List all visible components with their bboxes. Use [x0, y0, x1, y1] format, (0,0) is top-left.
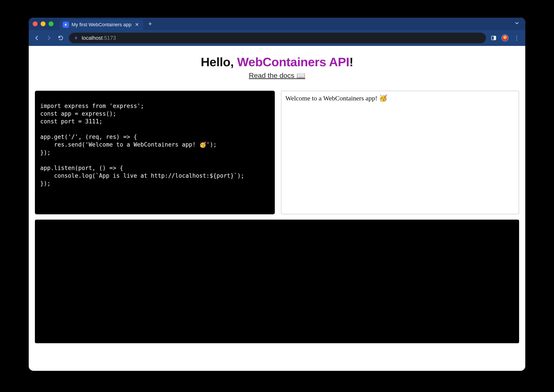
screenshot-stage: My first WebContainers app ✕ + — [0, 0, 554, 392]
hero: Hello, WebContainers API! Read the docs … — [29, 46, 525, 82]
window-controls — [33, 21, 53, 26]
close-icon[interactable]: ✕ — [134, 22, 140, 28]
svg-rect-1 — [494, 36, 496, 40]
window-minimize-button[interactable] — [41, 21, 45, 26]
browser-window: My first WebContainers app ✕ + — [29, 18, 525, 371]
bolt-icon — [63, 22, 69, 28]
window-zoom-button[interactable] — [49, 21, 53, 26]
hero-prefix: Hello, — [201, 55, 237, 69]
url-text: localhost:5173 — [82, 35, 116, 41]
browser-toolbar: localhost:5173 ⋮ — [29, 30, 525, 46]
new-tab-button[interactable]: + — [146, 20, 154, 28]
preview-text: Welcome to a WebContainers app! 🥳 — [285, 94, 515, 102]
tab-strip: My first WebContainers app ✕ + — [29, 18, 525, 30]
page-title: Hello, WebContainers API! — [33, 55, 521, 69]
window-close-button[interactable] — [33, 21, 37, 26]
browser-tab[interactable]: My first WebContainers app ✕ — [60, 19, 143, 30]
bolt-icon — [74, 35, 79, 40]
hero-suffix: ! — [349, 55, 353, 69]
docs-link[interactable]: Read the docs 📖 — [249, 71, 305, 80]
reload-button[interactable] — [57, 35, 64, 41]
url-host: localhost — [82, 35, 103, 41]
forward-button[interactable] — [45, 35, 53, 41]
panel-icon[interactable] — [490, 35, 497, 41]
tab-title: My first WebContainers app — [71, 22, 131, 28]
back-button[interactable] — [33, 35, 41, 41]
code-editor[interactable]: import express from 'express'; const app… — [35, 91, 275, 214]
address-bar[interactable]: localhost:5173 — [69, 33, 486, 43]
url-port: :5173 — [103, 35, 116, 41]
terminal-pane[interactable] — [35, 220, 519, 343]
preview-pane: Welcome to a WebContainers app! 🥳 — [281, 91, 519, 214]
chevron-down-icon[interactable] — [514, 21, 521, 27]
profile-avatar[interactable] — [501, 35, 509, 42]
menu-button[interactable]: ⋮ — [513, 35, 521, 42]
hero-accent: WebContainers API — [237, 55, 349, 69]
page-viewport: Hello, WebContainers API! Read the docs … — [29, 46, 525, 371]
editor-preview-row: import express from 'express'; const app… — [29, 82, 525, 220]
